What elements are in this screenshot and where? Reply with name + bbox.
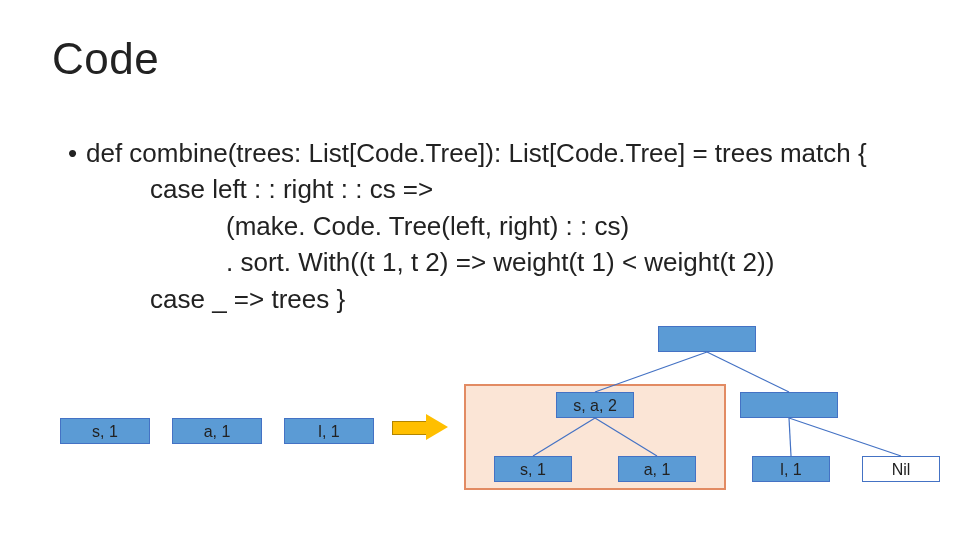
root-node (658, 326, 756, 352)
leaf-a1-left: a, 1 (172, 418, 262, 444)
arrow-icon (392, 414, 448, 440)
code-line-5: case _ => trees } (68, 281, 920, 317)
svg-line-0 (595, 352, 707, 392)
code-line-1: def combine(trees: List[Code.Tree]): Lis… (86, 135, 867, 171)
svg-line-1 (707, 352, 789, 392)
leaf-nil: Nil (862, 456, 940, 482)
svg-line-4 (789, 418, 791, 456)
bullet-icon: • (68, 135, 86, 171)
slide: Code • def combine(trees: List[Code.Tree… (0, 0, 960, 540)
leaf-a1: a, 1 (618, 456, 696, 482)
leaf-l1-left: l, 1 (284, 418, 374, 444)
node-empty-right (740, 392, 838, 418)
code-line-2: case left : : right : : cs => (68, 171, 920, 207)
leaf-s1: s, 1 (494, 456, 572, 482)
svg-line-3 (595, 418, 657, 456)
code-line-3: (make. Code. Tree(left, right) : : cs) (68, 208, 920, 244)
svg-line-5 (789, 418, 901, 456)
highlight-box (464, 384, 726, 490)
code-block: • def combine(trees: List[Code.Tree]): L… (68, 135, 920, 317)
svg-line-2 (533, 418, 595, 456)
code-line-4: . sort. With((t 1, t 2) => weight(t 1) <… (68, 244, 920, 280)
leaf-l1: l, 1 (752, 456, 830, 482)
leaf-s1-left: s, 1 (60, 418, 150, 444)
node-sa2: s, a, 2 (556, 392, 634, 418)
slide-title: Code (52, 34, 159, 84)
